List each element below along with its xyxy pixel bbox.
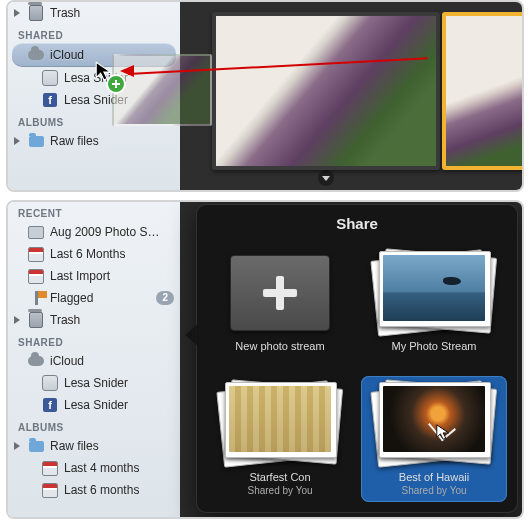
card-subtitle: Shared by You <box>399 484 469 498</box>
person-icon <box>42 70 58 86</box>
sidebar-label: Raw files <box>50 134 99 148</box>
sidebar-label: Lesa Snider <box>64 376 128 390</box>
card-subtitle: Shared by You <box>247 484 312 498</box>
sidebar-bottom: Recent Aug 2009 Photo S… Last 6 Months L… <box>8 202 181 517</box>
sidebar-label: Aug 2009 Photo S… <box>50 225 159 239</box>
photo-stack <box>374 251 494 333</box>
sidebar-item-raw[interactable]: Raw files <box>8 435 180 457</box>
sidebar-item-last4[interactable]: Last 4 months <box>8 457 180 479</box>
sidebar-label: Last Import <box>50 269 110 283</box>
drag-add-badge-icon <box>106 74 126 94</box>
calendar-icon <box>42 460 58 476</box>
facebook-icon: f <box>42 92 58 108</box>
share-card-starfest[interactable]: Starfest Con Shared by You <box>207 376 353 502</box>
top-panel: Trash Shared iCloud Lesa Snider f Lesa S… <box>6 0 524 192</box>
card-caption: New photo stream <box>235 339 324 353</box>
cloud-icon <box>28 353 44 369</box>
popover-arrow-icon <box>185 323 199 347</box>
calendar-icon <box>28 268 44 284</box>
card-title: Starfest Con <box>249 471 310 483</box>
photo-stack <box>374 382 494 464</box>
sidebar-label: Last 6 months <box>64 483 139 497</box>
thumb-volcano <box>383 386 485 452</box>
thumb-ocean <box>383 255 485 321</box>
sidebar-item-raw[interactable]: Raw files <box>8 130 180 152</box>
sidebar-label: Trash <box>50 313 80 327</box>
sidebar-item-trash[interactable]: Trash <box>8 309 180 331</box>
sidebar-label: iCloud <box>50 354 84 368</box>
sidebar-item-icloud[interactable]: iCloud <box>8 350 180 372</box>
section-head-recent: Recent <box>8 202 180 221</box>
sidebar-item-lesa-2[interactable]: f Lesa Snider <box>8 394 180 416</box>
folder-icon <box>28 133 44 149</box>
card-caption: Best of Hawaii Shared by You <box>399 470 469 498</box>
section-head-shared: Shared <box>8 331 180 350</box>
sidebar-label: Lesa Snider <box>64 398 128 412</box>
share-popover: Share New photo stream My Photo Stream <box>196 204 518 513</box>
thumb-store <box>229 386 331 452</box>
calendar-icon <box>28 246 44 262</box>
sidebar-item-last6[interactable]: Last 6 Months <box>8 243 180 265</box>
sidebar-item-lastimport[interactable]: Last Import <box>8 265 180 287</box>
sidebar-label: Last 6 Months <box>50 247 125 261</box>
sidebar-item-last6b[interactable]: Last 6 months <box>8 479 180 501</box>
section-head-albums: Albums <box>8 416 180 435</box>
photo-stack <box>220 382 340 464</box>
share-card-hawaii[interactable]: Best of Hawaii Shared by You <box>361 376 507 502</box>
sidebar-label: Trash <box>50 6 80 20</box>
share-card-new[interactable]: New photo stream <box>207 245 353 368</box>
bottom-panel: Recent Aug 2009 Photo S… Last 6 Months L… <box>6 200 524 519</box>
disclosure-icon[interactable] <box>14 9 20 17</box>
count-badge: 2 <box>156 291 174 305</box>
person-icon <box>42 375 58 391</box>
disclosure-icon[interactable] <box>14 442 20 450</box>
new-photo-stream-tile[interactable] <box>230 255 330 331</box>
plus-icon <box>263 276 297 310</box>
disclosure-icon[interactable] <box>14 316 20 324</box>
share-area: Share New photo stream My Photo Stream <box>180 202 522 517</box>
sidebar-label: iCloud <box>50 48 84 62</box>
trash-icon <box>28 5 44 21</box>
card-caption: Starfest Con Shared by You <box>247 470 312 498</box>
card-caption: My Photo Stream <box>392 339 477 353</box>
share-title: Share <box>197 205 517 238</box>
cursor-icon <box>435 422 453 442</box>
card-title: Best of Hawaii <box>399 471 469 483</box>
folder-icon <box>28 438 44 454</box>
photo-thumbnail[interactable] <box>212 12 440 170</box>
photo-grid-top <box>180 2 522 190</box>
photo-thumbnail-selected[interactable] <box>442 12 524 170</box>
facebook-icon: f <box>42 397 58 413</box>
sidebar-item-aug2009[interactable]: Aug 2009 Photo S… <box>8 221 180 243</box>
sidebar-label: Flagged <box>50 291 93 305</box>
sidebar-label: Last 4 months <box>64 461 139 475</box>
sidebar-item-flagged[interactable]: Flagged 2 <box>8 287 180 309</box>
event-icon <box>28 224 44 240</box>
cloud-icon <box>28 47 44 63</box>
trash-icon <box>28 312 44 328</box>
sidebar-item-lesa-1[interactable]: Lesa Snider <box>8 372 180 394</box>
flag-icon <box>28 290 44 306</box>
scroll-down-icon[interactable] <box>318 170 334 186</box>
section-head-shared: Shared <box>8 24 180 43</box>
disclosure-icon[interactable] <box>14 137 20 145</box>
sidebar-label: Raw files <box>50 439 99 453</box>
sidebar-item-trash[interactable]: Trash <box>8 2 180 24</box>
share-card-mystream[interactable]: My Photo Stream <box>361 245 507 368</box>
calendar-icon <box>42 482 58 498</box>
share-grid: New photo stream My Photo Stream <box>207 245 507 502</box>
